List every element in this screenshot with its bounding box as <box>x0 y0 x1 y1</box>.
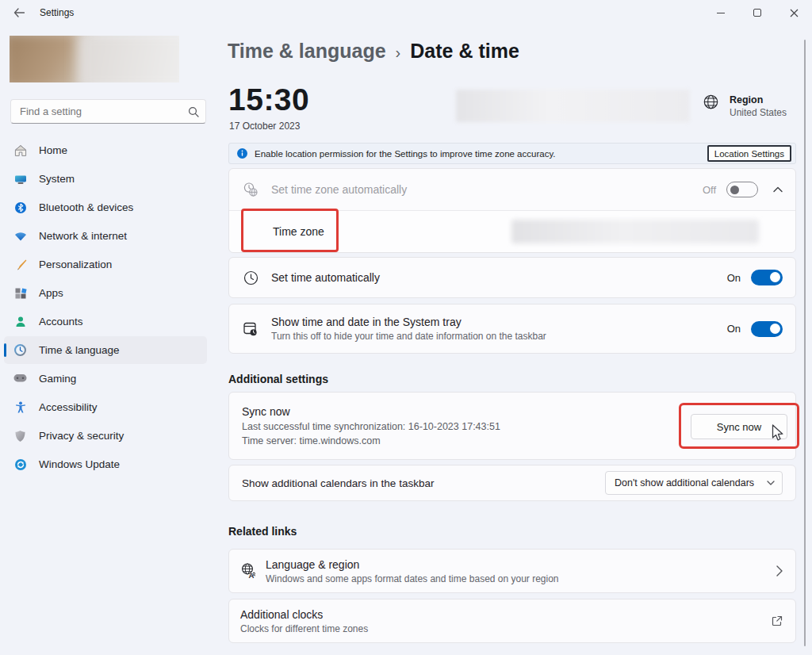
sync-server: Time server: time.windows.com <box>242 435 500 446</box>
time-auto-state: On <box>727 272 741 284</box>
redacted-timezone-banner <box>456 90 690 122</box>
back-button[interactable] <box>6 3 32 22</box>
network-icon <box>13 229 27 243</box>
sidebar-item-label: Bluetooth & devices <box>39 201 133 213</box>
systray-toggle[interactable] <box>751 321 783 337</box>
breadcrumb-separator: › <box>396 44 401 62</box>
sidebar-item-label: Apps <box>39 287 63 299</box>
globe-icon <box>703 94 719 110</box>
sidebar-item-label: Gaming <box>39 373 76 385</box>
search-input[interactable] <box>20 105 188 117</box>
translate-globe-icon: A <box>240 562 258 580</box>
scrollbar[interactable] <box>804 40 806 646</box>
language-region-link[interactable]: A Language & region Windows and some app… <box>228 549 796 593</box>
current-time: 15:30 <box>228 82 309 117</box>
timezone-row: Time zone <box>229 211 795 252</box>
additional-calendars-row: Show additional calendars in the taskbar… <box>228 465 796 501</box>
sidebar-nav: Home System Bluetooth & devices Network … <box>4 136 207 479</box>
timezone-label: Time zone <box>273 225 324 238</box>
additional-clocks-title: Additional clocks <box>240 608 368 621</box>
toggle-knob <box>770 272 780 282</box>
avatar-blur-blob <box>10 36 87 82</box>
gaming-icon <box>13 372 27 385</box>
sync-row: Sync now Last successful time synchroniz… <box>228 392 796 460</box>
shield-icon <box>13 429 27 442</box>
set-timezone-automatically-row[interactable]: Set time zone automatically Off <box>229 169 795 210</box>
clock-icon <box>242 270 259 285</box>
systray-time-row: Show time and date in the System tray Tu… <box>228 304 796 354</box>
location-settings-button[interactable]: Location Settings <box>707 145 791 162</box>
chevron-down-icon <box>767 481 775 485</box>
info-icon <box>237 148 247 159</box>
sidebar-item-windows-update[interactable]: Windows Update <box>4 450 207 478</box>
minimize-button[interactable] <box>703 0 739 25</box>
windows-update-icon <box>13 458 27 471</box>
set-timezone-automatically-label: Set time zone automatically <box>271 183 407 196</box>
set-time-automatically-label: Set time automatically <box>271 271 380 284</box>
additional-settings-heading: Additional settings <box>228 373 328 385</box>
systray-state: On <box>727 323 741 335</box>
sidebar-item-privacy-security[interactable]: Privacy & security <box>4 422 207 450</box>
sidebar-item-home[interactable]: Home <box>4 136 207 164</box>
timezone-globe-clock-icon <box>242 182 259 197</box>
timezone-auto-expander: Set time zone automatically Off Time zon… <box>228 168 796 253</box>
bluetooth-icon <box>13 201 27 214</box>
sidebar-item-label: Network & internet <box>39 230 127 242</box>
close-button[interactable] <box>776 0 812 25</box>
sidebar-item-label: System <box>39 173 75 185</box>
sidebar-item-bluetooth[interactable]: Bluetooth & devices <box>4 193 207 221</box>
breadcrumb-parent[interactable]: Time & language <box>228 40 386 63</box>
banner-text: Enable location permission for the Setti… <box>255 149 555 159</box>
page-title: Date & time <box>410 40 519 63</box>
calendars-dropdown-value: Don't show additional calendars <box>615 477 754 488</box>
current-date: 17 October 2023 <box>229 121 300 132</box>
personalization-icon <box>13 258 27 271</box>
arrow-left-icon <box>13 8 25 17</box>
maximize-button[interactable] <box>739 0 776 25</box>
sidebar-item-personalization[interactable]: Personalization <box>4 251 207 278</box>
timezone-auto-toggle[interactable] <box>726 182 758 197</box>
sync-title: Sync now <box>242 405 500 418</box>
related-links-heading: Related links <box>228 525 297 538</box>
sidebar-item-gaming[interactable]: Gaming <box>4 365 207 393</box>
sidebar-item-label: Accounts <box>39 316 83 328</box>
sidebar-item-label: Time & language <box>39 344 120 356</box>
additional-clocks-description: Clocks for different time zones <box>240 623 368 634</box>
toggle-knob <box>770 324 780 334</box>
sidebar-item-time-language[interactable]: Time & language <box>4 336 207 364</box>
mouse-cursor <box>772 424 785 442</box>
breadcrumb: Time & language › Date & time <box>228 40 519 63</box>
toggle-knob <box>730 186 739 194</box>
chevron-right-icon <box>776 565 783 576</box>
sidebar-item-label: Privacy & security <box>39 430 124 442</box>
redacted-timezone-dropdown[interactable] <box>511 220 759 243</box>
calendars-label: Show additional calendars in the taskbar <box>242 477 434 489</box>
time-auto-toggle[interactable] <box>751 270 783 285</box>
sidebar-item-label: Accessibility <box>39 401 98 413</box>
sidebar-item-system[interactable]: System <box>4 165 207 193</box>
additional-clocks-link[interactable]: Additional clocks Clocks for different t… <box>228 599 796 643</box>
region-label: Region <box>730 94 787 105</box>
close-icon <box>790 9 799 17</box>
external-link-icon <box>772 615 783 626</box>
systray-description: Turn this off to hide your time and date… <box>271 331 546 342</box>
region-block: Region United States <box>703 94 787 118</box>
window-title: Settings <box>40 7 74 18</box>
set-time-automatically-row: Set time automatically On <box>228 257 796 298</box>
titlebar: Settings <box>0 0 812 25</box>
search-box[interactable] <box>10 99 206 124</box>
calendar-clock-icon <box>242 321 259 337</box>
user-avatar-redacted[interactable] <box>10 36 179 82</box>
sidebar-item-network[interactable]: Network & internet <box>4 222 207 250</box>
calendars-dropdown[interactable]: Don't show additional calendars <box>605 471 783 495</box>
time-language-icon <box>13 343 27 357</box>
sidebar-item-label: Windows Update <box>39 458 120 470</box>
timezone-auto-state: Off <box>703 184 716 196</box>
apps-icon <box>13 286 27 300</box>
sidebar-item-accounts[interactable]: Accounts <box>4 308 207 335</box>
systray-label: Show time and date in the System tray <box>271 316 546 328</box>
home-icon <box>13 144 27 157</box>
sidebar-item-apps[interactable]: Apps <box>4 279 207 307</box>
chevron-up-icon[interactable] <box>773 186 783 193</box>
sidebar-item-accessibility[interactable]: Accessibility <box>4 393 207 421</box>
